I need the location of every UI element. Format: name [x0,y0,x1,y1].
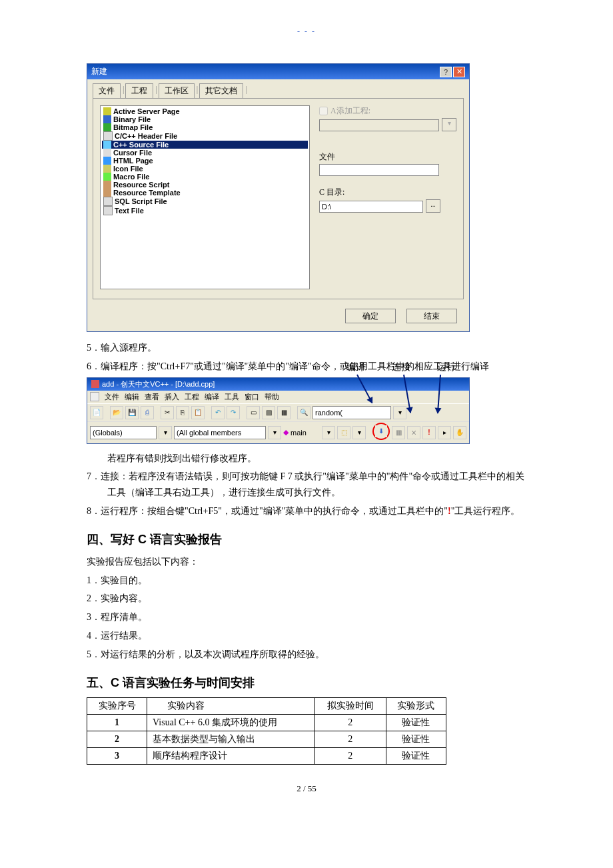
help-icon[interactable]: ? [440,67,452,77]
dialog-titlebar: 新建 ? ✕ [87,64,469,79]
list-item: Binary File [102,115,308,123]
annot-link: 连接 [392,361,410,373]
table-row: 1Visual C++ 6.0 集成环境的使用2验证性 [87,714,446,731]
file-field-label: 文件 [319,151,456,163]
section-5-title: 五、C 语言实验任务与时间安排 [87,675,526,691]
cancel-button[interactable]: 结束 [406,309,457,323]
sec4-intro: 实验报告应包括以下内容： [87,554,526,570]
menu-help[interactable]: 帮助 [265,392,279,402]
dropdown-icon[interactable]: ▾ [159,426,172,439]
sec4-item: 4．运行结果。 [87,628,526,644]
file-type-list[interactable]: Active Server Page Binary File Bitmap Fi… [100,105,310,289]
list-item: Active Server Page [102,107,308,115]
ide-toolbar-2: ▾ ▾ ◆main ▾ ⬚ ▾ ⬇ ▦ ⨯ ! ▸ ✋ [87,421,469,443]
list-item: Bitmap File [102,123,308,131]
menu-build[interactable]: 编译 [205,392,219,402]
table-row: 3顺序结构程序设计2验证性 [87,747,446,764]
save-icon[interactable]: 💾 [125,406,139,419]
doc-icon [90,392,99,401]
sec4-item: 2．实验内容。 [87,591,526,607]
dropdown-icon[interactable]: ▾ [393,406,406,419]
page-number: 2 / 55 [87,783,526,794]
dropdown-icon[interactable]: ▾ [352,426,366,439]
th-form: 实验形式 [386,697,446,714]
new-file-dialog: 新建 ? ✕ 文件| 工程| 工作区| 其它文档| Active Server … [87,63,470,332]
tab-other[interactable]: 其它文档 [199,83,243,98]
list-item-selected: C++ Source File [102,141,308,149]
main-label: main [291,429,306,437]
ok-button[interactable]: 确定 [345,309,396,323]
step-7: 7．连接：若程序没有语法错误，则可按功能键 F 7 或执行"编译"菜单中的"构件… [87,469,526,501]
saveall-icon[interactable]: ⎙ [141,406,154,419]
tab-project[interactable]: 工程 [125,83,153,98]
run-icon[interactable]: ! [422,426,436,439]
compile-button-circled[interactable]: ⬇ [372,423,390,440]
menu-project[interactable]: 工程 [185,392,199,402]
window-icon[interactable]: ▦ [277,406,291,419]
browse-button[interactable]: ... [426,199,440,213]
go-icon[interactable]: ▸ [438,426,451,439]
step-6: 6．编译程序：按"Ctrl+F7"或通过"编译"菜单中的"编译"命令，或使用工具… [87,359,526,375]
step-5: 5．输入源程序。 [87,340,526,356]
header-dashes: - - - [87,27,526,37]
stop-build-icon[interactable]: ⨯ [407,426,420,439]
workspace-icon[interactable]: ▭ [247,406,260,419]
annot-run: 运行 [437,361,456,373]
build-icon[interactable]: ▦ [392,426,405,439]
annot-compile: 编译 [346,361,365,373]
cut-icon[interactable]: ✂ [161,406,174,419]
table-header-row: 实验序号 实验内容 拟实验时间 实验形式 [87,697,446,714]
menu-insert[interactable]: 插入 [165,392,179,402]
add-to-project-checkbox: A添加工程: [319,105,456,117]
ide-menubar: 文件 编辑 查看 插入 工程 编译 工具 窗口 帮助 [87,391,469,403]
dropdown-icon[interactable]: ▾ [268,426,281,439]
menu-view[interactable]: 查看 [145,392,159,402]
section-4-title: 四、写好 C 语言实验报告 [87,531,526,547]
dropdown-icon[interactable]: ▾ [322,426,335,439]
dir-field-label: C 目录: [319,187,456,198]
open-icon[interactable]: 📂 [110,406,123,419]
sec4-item: 1．实验目的。 [87,573,526,589]
list-item: SQL Script File [102,197,308,206]
list-item: Text File [102,206,308,215]
paste-icon[interactable]: 📋 [191,406,205,419]
find-icon[interactable]: 🔍 [297,406,310,419]
redo-icon[interactable]: ↷ [227,406,240,419]
menu-file[interactable]: 文件 [105,392,119,402]
list-item: C/C++ Header File [102,131,308,141]
dialog-title-text: 新建 [91,66,107,77]
undo-icon[interactable]: ↶ [211,406,225,419]
menu-tools[interactable]: 工具 [225,392,239,402]
scope-combo[interactable] [90,426,157,439]
th-time: 拟实验时间 [314,697,386,714]
list-item: Cursor File [102,149,308,157]
find-input[interactable] [312,406,391,419]
th-content: 实验内容 [147,697,315,714]
list-item: HTML Page [102,157,308,165]
directory-input[interactable] [319,201,423,213]
tab-workspace[interactable]: 工作区 [159,83,195,98]
list-item: Resource Script [102,181,308,189]
sec4-item: 5．对运行结果的分析，以及本次调试程序所取得的经验。 [87,647,526,663]
menu-window[interactable]: 窗口 [245,392,259,402]
nav-icon[interactable]: ⬚ [337,426,350,439]
menu-edit[interactable]: 编辑 [125,392,139,402]
copy-icon[interactable]: ⎘ [176,406,189,419]
ide-title-text: add - 创天中文VC++ - [D:\add.cpp] [102,379,215,389]
tab-file[interactable]: 文件 [93,83,121,98]
error-note: 若程序有错则找到出错行修改程序。 [87,451,526,467]
list-item: Icon File [102,165,308,173]
new-icon[interactable]: 📄 [90,406,103,419]
project-combo [319,119,439,131]
list-item: Resource Template [102,189,308,197]
sec4-item: 3．程序清单。 [87,609,526,625]
list-item: Macro File [102,173,308,181]
output-icon[interactable]: ▤ [262,406,275,419]
breakpoint-icon[interactable]: ✋ [453,426,466,439]
schedule-table: 实验序号 实验内容 拟实验时间 实验形式 1Visual C++ 6.0 集成环… [87,697,446,765]
checkbox-icon [319,107,328,115]
th-number: 实验序号 [87,697,147,714]
file-name-input[interactable] [319,164,439,176]
close-icon[interactable]: ✕ [453,67,465,77]
members-combo[interactable] [174,426,266,439]
